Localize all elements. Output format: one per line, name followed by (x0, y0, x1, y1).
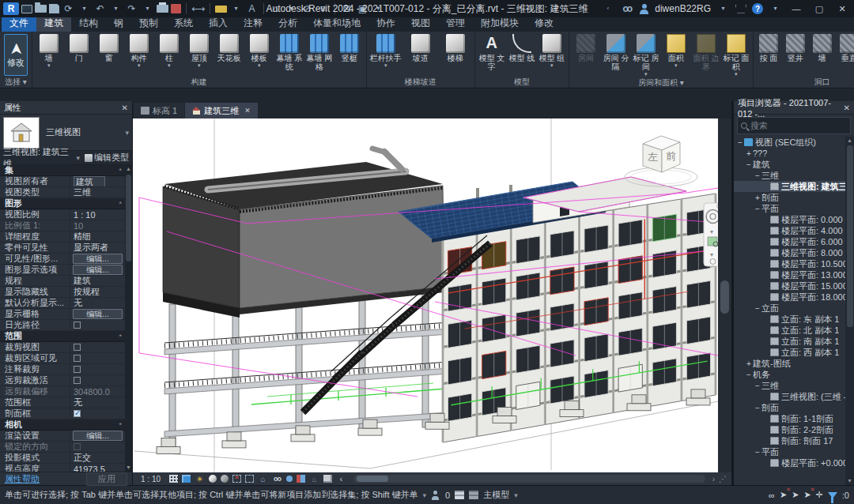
tree-item[interactable]: 三维视图: 建筑三 (734, 181, 845, 192)
drag-elements-on-selection-icon[interactable]: ✛ (816, 490, 823, 500)
reveal-hidden-elements-icon[interactable] (286, 476, 293, 482)
revit-logo[interactable]: R (3, 2, 19, 15)
tree-item[interactable]: 楼层平面: 13.000 (734, 269, 845, 280)
chevron-down-icon[interactable]: ▾ (514, 491, 518, 499)
property-value[interactable]: 按规程 (70, 287, 125, 297)
close-icon[interactable]: ✕ (844, 103, 850, 112)
ribbon-tab[interactable]: 文件 (2, 16, 36, 32)
chevron-down-icon[interactable]: ▾ (423, 491, 427, 499)
group-label-select[interactable]: 选择 ▾ (2, 77, 30, 88)
property-row[interactable]: 远剪裁偏移 304800.0 (0, 386, 125, 397)
tree-expander[interactable]: − (754, 382, 761, 390)
tree-item[interactable]: 立面: 东 副本 1 (734, 314, 845, 325)
property-row[interactable]: 规程 建筑 (0, 276, 125, 287)
property-value[interactable]: 编辑... (70, 309, 125, 319)
property-row[interactable]: 视点高度 41973.5 (0, 464, 125, 472)
ribbon-tab[interactable]: 结构 (71, 16, 106, 32)
ribbon-button[interactable]: 房间 ▾ (571, 32, 601, 62)
chevron-down-icon[interactable]: ▾ (384, 62, 387, 69)
search-icon[interactable]: oo (620, 3, 633, 15)
resize-grip-icon[interactable]: ⋰ (719, 475, 727, 483)
ribbon-button[interactable]: 模型 线 ▾ (507, 32, 537, 62)
property-row[interactable]: 裁剪视图 (0, 342, 125, 353)
default-3d-view-icon[interactable]: ⌂ (269, 3, 282, 15)
ribbon-button[interactable]: 墙 ▾ (34, 32, 64, 69)
ribbon-button[interactable]: 楼梯 ▾ (438, 32, 473, 62)
checkbox[interactable] (74, 377, 81, 384)
tree-item[interactable]: + 剖面 (734, 192, 845, 203)
tree-expander[interactable]: − (754, 205, 761, 213)
tree-item[interactable]: 剖面: 1-1剖面 (734, 413, 845, 424)
tree-item[interactable]: 楼层平面: 8.000 (734, 247, 845, 258)
app-store-cart-icon[interactable] (735, 5, 746, 13)
save-icon[interactable] (49, 4, 59, 13)
close-icon[interactable]: ✕ (122, 103, 128, 112)
properties-scrollbar[interactable]: ▲▼ (125, 165, 132, 472)
help-icon[interactable]: ? (752, 3, 763, 14)
ribbon-button[interactable]: 面积 ▾ (661, 32, 691, 69)
tree-item[interactable]: − 视图 (SEC组织) (734, 137, 845, 148)
checkbox[interactable] (74, 410, 81, 417)
chevron-down-icon[interactable]: ▾ (198, 62, 201, 69)
undo-menu-chevron-icon[interactable]: ▾ (109, 3, 123, 15)
user-avatar-icon[interactable] (639, 4, 649, 14)
sun-path-icon[interactable]: ☀ (195, 474, 205, 483)
ribbon-button[interactable]: 垂直 ▾ (836, 32, 854, 62)
group-label-room-area[interactable]: 房间和面积 ▾ (571, 77, 751, 88)
property-value[interactable] (70, 320, 125, 330)
detail-level-icon[interactable] (169, 475, 178, 483)
property-row[interactable]: 可见性/图形... 编辑... (0, 254, 125, 265)
editable-only-icon[interactable] (455, 491, 464, 499)
browser-scrollbar[interactable]: ▲▼ (845, 137, 854, 485)
editing-requests-icon[interactable] (469, 491, 478, 499)
close-icon[interactable]: ✕ (244, 107, 251, 115)
ribbon-tab[interactable]: 注释 (236, 16, 270, 32)
text-icon[interactable]: A (245, 3, 259, 15)
active-workset-icon[interactable] (431, 491, 440, 500)
property-value[interactable]: 编辑... (70, 265, 125, 275)
file-icon[interactable] (21, 5, 32, 13)
tree-item[interactable]: 楼层平面: +0.000 (734, 457, 845, 468)
tree-item[interactable]: 楼层平面: 0.000 (734, 214, 845, 225)
property-row[interactable]: 图形显示选项 编辑... (0, 265, 125, 276)
tree-expander[interactable]: − (754, 304, 761, 313)
worksharing-display-icon[interactable] (297, 475, 305, 483)
ribbon-button[interactable]: 栏杆扶手 ▾ (368, 32, 403, 69)
show-crop-region-icon[interactable] (245, 475, 254, 483)
chevron-down-icon[interactable]: ▾ (125, 129, 129, 137)
dimension-menu-chevron-icon[interactable]: ▾ (229, 3, 243, 15)
tree-item[interactable]: 剖面: 2-2剖面 (734, 424, 845, 435)
ribbon-button[interactable]: 幕墙 系统 ▾ (274, 32, 304, 71)
ribbon-button[interactable]: 屋顶 ▾ (184, 32, 214, 69)
shadows-icon[interactable] (209, 475, 217, 483)
property-row[interactable]: 投影模式 正交 (0, 453, 125, 464)
tree-expander[interactable]: + (754, 194, 761, 202)
tree-item[interactable]: 立面: 南 副本 1 (734, 336, 845, 347)
canvas-horizontal-scrollbar[interactable] (353, 475, 705, 483)
tree-item[interactable]: 楼层平面: 18.000 (734, 291, 845, 303)
ribbon-button[interactable]: 竖井 ▾ (782, 32, 809, 62)
tree-expander[interactable]: − (754, 448, 761, 457)
tree-expander[interactable]: + (745, 359, 753, 368)
tree-expander[interactable]: − (745, 370, 753, 379)
tree-item[interactable]: 三维视图: (三维 - (734, 391, 845, 402)
chevron-down-icon[interactable]: ▾ (47, 62, 51, 69)
tree-expander[interactable]: − (754, 171, 761, 180)
ribbon-button[interactable]: 模型 组 ▾ (537, 32, 567, 69)
chevron-down-icon[interactable]: ▾ (76, 154, 80, 162)
browser-search[interactable]: 搜索 (737, 117, 851, 134)
property-value[interactable]: 精细 (70, 231, 125, 242)
ribbon-tab[interactable]: 附加模块 (473, 16, 527, 32)
property-value[interactable]: 41973.5 (70, 464, 125, 472)
property-value[interactable]: 10 (70, 220, 125, 231)
close-button[interactable]: ✕ (833, 4, 851, 14)
temporary-hide-isolate-icon[interactable]: oo (272, 474, 282, 483)
filter-icon[interactable] (828, 492, 837, 498)
ribbon-button[interactable]: 标记 面积 ▾ (721, 32, 751, 77)
ribbon-button[interactable]: 坡道 ▾ (403, 32, 438, 62)
checkbox[interactable] (74, 443, 81, 450)
property-row[interactable]: 范围框 无 (0, 397, 125, 408)
redo-icon[interactable]: ↷ (125, 3, 138, 15)
select-elements-by-face-icon[interactable]: ➤ (803, 490, 811, 500)
canvas-vertical-scrollbar[interactable] (718, 118, 731, 472)
